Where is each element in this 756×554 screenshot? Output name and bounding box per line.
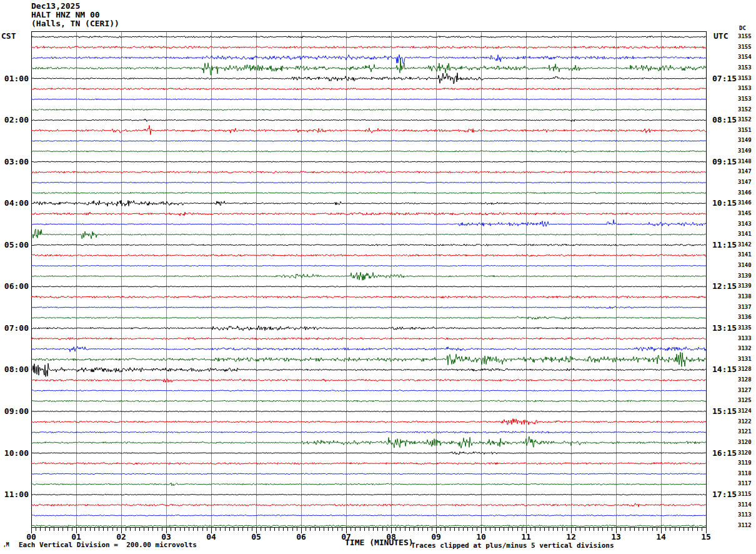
dc-value-label: 3152 — [738, 106, 752, 113]
dc-value-label: 3135 — [738, 325, 752, 331]
utc-hour-label: 10:15 — [712, 198, 740, 208]
dc-value-label: 3141 — [738, 251, 752, 258]
dc-value-label: 3128 — [738, 366, 752, 373]
utc-hour-label: 13:15 — [712, 323, 740, 333]
trace-row — [31, 265, 706, 266]
trace-row — [31, 73, 706, 84]
cst-hour-label: 09:00 — [0, 406, 29, 416]
trace-row — [31, 419, 706, 425]
dc-value-label: 3146 — [738, 189, 752, 196]
dc-value-label: 3132 — [738, 345, 752, 352]
dc-value-label: 3120 — [738, 439, 752, 446]
clip-note: Traces clipped at plus/minus 5 vertical … — [411, 542, 614, 550]
seismogram-plot — [31, 31, 707, 535]
trace-row — [31, 515, 706, 516]
dc-value-label: 3127 — [738, 387, 752, 394]
trace-row — [31, 286, 706, 287]
trace-row — [31, 451, 706, 454]
utc-hour-label: 11:15 — [712, 240, 740, 250]
dc-value-label: 3138 — [738, 293, 752, 300]
trace-row — [31, 212, 706, 216]
dc-value-label: 3149 — [738, 137, 752, 144]
dc-value-label: 3117 — [738, 480, 752, 487]
dc-value-label: 3139 — [738, 283, 752, 290]
dc-value-label: 3122 — [738, 418, 752, 425]
title-station: HALT HNZ NM 00 — [31, 11, 100, 19]
left-timezone-label: CST — [1, 32, 16, 41]
dc-value-label: 3121 — [738, 428, 752, 435]
cst-hour-label: 04:00 — [0, 198, 29, 208]
trace-row — [31, 119, 706, 121]
x-tick-label: 05 — [246, 533, 266, 541]
dc-value-label: 3114 — [738, 501, 752, 508]
trace-row — [31, 182, 706, 183]
trace-row — [31, 352, 706, 366]
utc-hour-label: 07:15 — [712, 74, 740, 84]
x-tick-label: 02 — [111, 533, 131, 541]
dc-value-label: 3153 — [738, 96, 752, 103]
trace-row — [31, 525, 706, 527]
dc-value-label: 3146 — [738, 199, 752, 206]
trace-row — [31, 316, 706, 319]
dc-value-label: 3155 — [738, 33, 752, 40]
x-tick-label: 13 — [606, 533, 626, 541]
trace-row — [31, 411, 706, 412]
trace-row — [31, 296, 706, 298]
dc-value-label: 3119 — [738, 460, 752, 466]
x-tick-label: 15 — [696, 533, 716, 541]
cst-hour-label: 03:00 — [0, 157, 29, 167]
trace-row — [31, 58, 706, 75]
trace-row — [31, 338, 706, 340]
trace-row — [31, 483, 706, 486]
dc-value-label: 3124 — [738, 408, 752, 415]
dc-value-label: 3128 — [738, 376, 752, 383]
trace-row — [31, 88, 706, 90]
x-tick-label: 10 — [471, 533, 491, 541]
dc-value-label: 3125 — [738, 397, 752, 404]
x-tick-label: 00 — [21, 533, 41, 541]
vertical-division-note: Each Vertical Division = 200.00 microvol… — [19, 541, 197, 549]
trace-row — [31, 473, 706, 475]
trace-row — [31, 431, 706, 433]
dc-value-label: 3136 — [738, 314, 752, 321]
trace-row — [31, 244, 706, 246]
dc-value-label: 3149 — [738, 148, 752, 154]
dc-value-label: 3112 — [738, 522, 752, 529]
utc-hour-label: 15:15 — [712, 406, 740, 416]
dc-value-label: 3137 — [738, 304, 752, 311]
utc-hour-label: 14:15 — [712, 365, 740, 375]
trace-row — [31, 140, 706, 141]
dc-value-label: 3147 — [738, 168, 752, 175]
dc-value-label: 3155 — [738, 44, 752, 51]
dc-value-label: 3153 — [738, 64, 752, 71]
trace-row — [31, 54, 706, 63]
dc-value-label: 3120 — [738, 450, 752, 456]
x-tick-label: 14 — [651, 533, 671, 541]
dc-value-label: 3131 — [738, 356, 752, 363]
trace-row — [31, 36, 706, 38]
title-date: Dec13,2025 — [31, 2, 80, 11]
trace-row — [31, 192, 706, 193]
trace-row — [31, 436, 706, 448]
trace-row — [31, 306, 706, 309]
dc-value-label: 3133 — [738, 335, 752, 342]
dc-value-label: 3148 — [738, 158, 752, 165]
utc-hour-label: 12:15 — [712, 281, 740, 291]
trace-row — [31, 494, 706, 495]
trace-row — [31, 379, 706, 383]
cst-hour-label: 02:00 — [0, 115, 29, 125]
dc-value-label: 3118 — [738, 470, 752, 477]
trace-row — [31, 463, 706, 465]
right-timezone-label: UTC — [714, 32, 728, 41]
x-tick-label: 01 — [66, 533, 86, 541]
dc-value-label: 3140 — [738, 262, 752, 269]
trace-row — [31, 99, 706, 100]
dc-value-label: 3152 — [738, 116, 752, 123]
trace-row — [31, 200, 706, 206]
dc-value-label: 3147 — [738, 179, 752, 186]
cst-hour-label: 08:00 — [0, 365, 29, 375]
utc-hour-label: 08:15 — [712, 115, 740, 125]
dc-value-label: 3153 — [738, 75, 752, 82]
cst-hour-label: 06:00 — [0, 281, 29, 291]
trace-row — [31, 171, 706, 173]
